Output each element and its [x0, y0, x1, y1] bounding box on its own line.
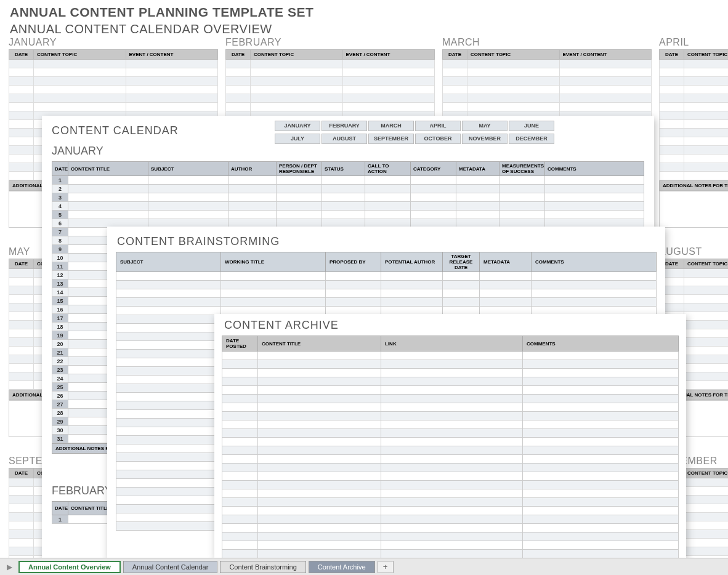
cal-col-status: STATUS: [322, 162, 365, 176]
tab-content-archive[interactable]: Content Archive: [309, 561, 375, 573]
col-event: EVENT / CONTENT: [559, 50, 652, 60]
day-cell: 5: [52, 211, 68, 219]
day-cell: 22: [52, 357, 68, 366]
day-cell: 12: [52, 271, 68, 279]
tab-content-brainstorming[interactable]: Content Brainstorming: [220, 561, 305, 573]
month-btn-mar[interactable]: MARCH: [368, 121, 414, 131]
day-cell: 11: [52, 262, 68, 271]
day-cell: 9: [52, 245, 68, 254]
day-cell: 10: [52, 254, 68, 262]
bs-col-target-date: TARGET RELEASE DATE: [443, 252, 480, 272]
col-date: DATE: [9, 468, 34, 478]
col-date: DATE: [443, 50, 467, 60]
day-cell: 13: [52, 279, 68, 288]
day-cell: 29: [52, 417, 68, 426]
day-cell: 21: [52, 348, 68, 357]
ar-col-title: CONTENT TITLE: [258, 336, 381, 352]
month-btn-feb[interactable]: FEBRUARY: [322, 121, 367, 131]
month-january: JANUARY: [9, 37, 218, 48]
cal-col-responsible: PERSON / DEPT RESPONSIBLE: [277, 162, 322, 176]
col-date: DATE: [9, 50, 34, 60]
col-topic: CONTENT TOPIC: [467, 50, 560, 60]
month-btn-oct[interactable]: OCTOBER: [415, 134, 461, 144]
cal-col-category: CATEGORY: [411, 162, 456, 176]
month-btn-dec[interactable]: DECEMBER: [509, 134, 554, 144]
day-cell: 15: [52, 297, 68, 305]
day-cell: 30: [52, 426, 68, 435]
archive-table: DATE POSTED CONTENT TITLE LINK COMMENTS: [222, 336, 679, 558]
tab-annual-content-calendar[interactable]: Annual Content Calendar: [123, 561, 218, 573]
day-cell: 2: [52, 185, 68, 193]
col-date: DATE: [660, 50, 684, 60]
bs-col-potential-author: POTENTIAL AUTHOR: [381, 252, 443, 272]
day-cell: 8: [52, 236, 68, 245]
col-event: EVENT / CONTENT: [342, 50, 435, 60]
cal-col-title: CONTENT TITLE: [68, 162, 148, 176]
month-btn-apr[interactable]: APRIL: [415, 121, 461, 131]
bs-col-subject: SUBJECT: [116, 252, 221, 272]
day-cell: 24: [52, 374, 68, 383]
bs-col-working-title: WORKING TITLE: [221, 252, 326, 272]
col-date: DATE: [226, 50, 251, 60]
month-march: MARCH: [442, 37, 652, 48]
day-cell: 23: [52, 366, 68, 374]
cal-col-date: DATE: [52, 502, 68, 515]
month-btn-may[interactable]: MAY: [462, 121, 508, 131]
day-cell: 7: [52, 228, 68, 236]
day-cell: 6: [52, 219, 68, 228]
cal-col-metadata: METADATA: [456, 162, 499, 176]
col-event: EVENT / CONTENT: [126, 50, 218, 60]
month-august: AUGUST: [659, 246, 728, 257]
day-cell: 20: [52, 340, 68, 348]
col-topic: CONTENT TOPIC: [684, 468, 729, 478]
month-btn-jul[interactable]: JULY: [275, 134, 320, 144]
bs-col-proposed-by: PROPOSED BY: [326, 252, 381, 272]
month-btn-aug[interactable]: AUGUST: [322, 134, 367, 144]
notes-label: ADDITIONAL NOTES FOR THE: [659, 180, 728, 191]
ar-col-link: LINK: [381, 336, 523, 352]
ar-col-date: DATE POSTED: [222, 336, 258, 352]
cal-col-cta: CALL TO ACTION: [365, 162, 411, 176]
cal-col-success: MEASUREMENTS OF SUCCESS: [499, 162, 545, 176]
overview-table: DATECONTENT TOPICEVENT / CONTENT: [659, 49, 728, 180]
col-topic: CONTENT TOPIC: [251, 50, 343, 60]
ar-col-comments: COMMENTS: [523, 336, 679, 352]
cal-col-subject: SUBJECT: [148, 162, 229, 176]
day-cell: 28: [52, 409, 68, 417]
month-btn-jan[interactable]: JANUARY: [275, 121, 320, 131]
month-btn-jun[interactable]: JUNE: [509, 121, 554, 131]
day-cell: 27: [52, 400, 68, 409]
archive-title: CONTENT ARCHIVE: [214, 314, 686, 336]
month-buttons: JANUARY FEBRUARY MARCH APRIL MAY JUNE JU…: [275, 121, 554, 147]
page-title: ANNUAL CONTENT PLANNING TEMPLATE SET: [0, 0, 728, 21]
day-cell: 3: [52, 193, 68, 202]
brainstorm-title: CONTENT BRAINSTORMING: [107, 227, 665, 252]
bs-col-comments: COMMENTS: [532, 252, 657, 272]
tab-annual-content-overview[interactable]: Annual Content Overview: [18, 561, 121, 573]
day-cell: 25: [52, 383, 68, 392]
sheet-tab-bar: ▶ Annual Content Overview Annual Content…: [0, 558, 728, 575]
month-february: FEBRUARY: [225, 37, 435, 48]
cal-col-date: DATE: [52, 162, 68, 176]
day-cell: 4: [52, 202, 68, 211]
day-cell: 14: [52, 288, 68, 297]
add-sheet-button[interactable]: +: [378, 561, 394, 573]
col-date: DATE: [9, 259, 34, 269]
cal-col-comments: COMMENTS: [545, 162, 644, 176]
content-archive-panel: CONTENT ARCHIVE DATE POSTED CONTENT TITL…: [214, 314, 686, 558]
day-cell: 17: [52, 314, 68, 323]
day-cell: 1: [52, 515, 68, 524]
day-cell: 31: [52, 435, 68, 443]
day-cell: 26: [52, 392, 68, 400]
bs-col-metadata: METADATA: [480, 252, 532, 272]
day-cell: 19: [52, 331, 68, 340]
cal-col-author: AUTHOR: [229, 162, 277, 176]
day-cell: 18: [52, 323, 68, 331]
month-april: APRIL: [659, 37, 728, 48]
month-btn-sep[interactable]: SEPTEMBER: [368, 134, 414, 144]
tab-nav-right-icon[interactable]: ▶: [2, 561, 16, 573]
day-cell: 16: [52, 305, 68, 314]
day-cell: 1: [52, 176, 68, 185]
col-topic: CONTENT TOPIC: [34, 50, 126, 60]
month-btn-nov[interactable]: NOVEMBER: [462, 134, 508, 144]
